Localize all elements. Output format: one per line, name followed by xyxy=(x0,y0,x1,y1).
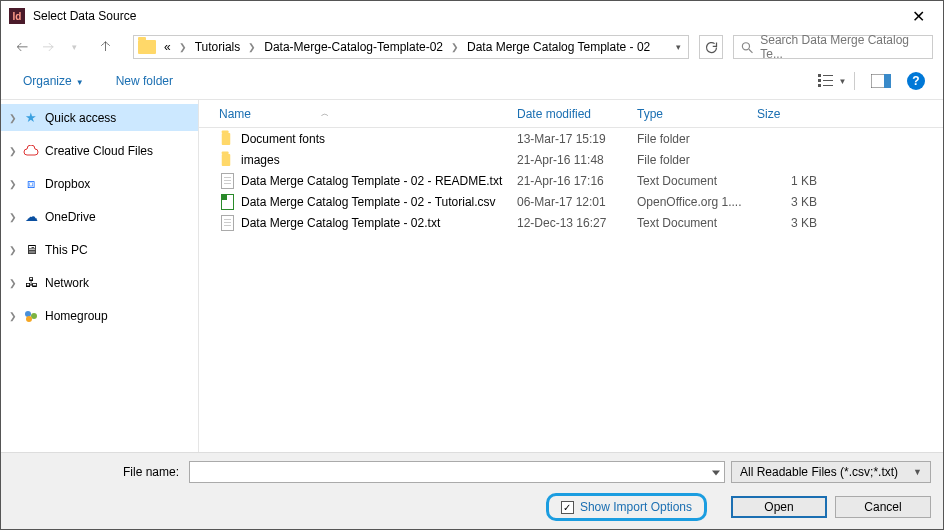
sidebar-item-label: Quick access xyxy=(45,111,116,125)
window-title: Select Data Source xyxy=(33,9,902,23)
folder-icon xyxy=(222,154,231,166)
sidebar-item-label: OneDrive xyxy=(45,210,96,224)
breadcrumb-item[interactable]: Data-Merge-Catalog-Template-02 xyxy=(262,40,445,54)
file-name: Data Merge Catalog Template - 02 - READM… xyxy=(241,174,502,188)
file-date: 13-Mar-17 15:19 xyxy=(517,132,637,146)
filename-input[interactable] xyxy=(189,461,725,483)
text-file-icon xyxy=(221,215,234,231)
sort-indicator-icon: ︿ xyxy=(321,108,329,119)
file-date: 06-Mar-17 12:01 xyxy=(517,195,637,209)
column-header-date[interactable]: Date modified xyxy=(517,107,637,121)
breadcrumb-item[interactable]: Data Merge Catalog Template - 02 xyxy=(465,40,652,54)
folder-icon xyxy=(222,133,231,145)
sidebar-item-label: Network xyxy=(45,276,89,290)
text-file-icon xyxy=(221,173,234,189)
breadcrumb-dropdown[interactable]: ▾ xyxy=(670,42,686,52)
table-row[interactable]: Document fonts13-Mar-17 15:19File folder xyxy=(199,128,943,149)
file-date: 12-Dec-13 16:27 xyxy=(517,216,637,230)
chevron-right-icon: ❯ xyxy=(9,146,17,156)
chevron-right-icon: ❯ xyxy=(9,278,17,288)
filter-label: All Readable Files (*.csv;*.txt) xyxy=(740,465,898,479)
csv-file-icon xyxy=(221,194,234,210)
sidebar-item-creative-cloud[interactable]: ❯ Creative Cloud Files xyxy=(1,137,198,164)
refresh-button[interactable] xyxy=(699,35,723,59)
checkbox-icon: ✓ xyxy=(561,501,574,514)
breadcrumb-item[interactable]: Tutorials xyxy=(193,40,243,54)
open-button[interactable]: Open xyxy=(731,496,827,518)
chevron-right-icon: ❯ xyxy=(244,42,260,52)
this-pc-icon: 🖥 xyxy=(23,242,39,258)
file-size: 3 KB xyxy=(757,216,837,230)
chevron-right-icon: ❯ xyxy=(9,179,17,189)
svg-point-11 xyxy=(31,313,37,319)
cancel-button[interactable]: Cancel xyxy=(835,496,931,518)
chevron-down-icon: ▼ xyxy=(913,467,922,477)
back-button[interactable]: 🡠 xyxy=(11,36,33,58)
chevron-right-icon: ❯ xyxy=(9,245,17,255)
file-type: File folder xyxy=(637,153,757,167)
svg-point-10 xyxy=(25,311,31,317)
toolbar: Organize▼ New folder ▼ ? xyxy=(1,63,943,99)
recent-dropdown[interactable]: ▾ xyxy=(63,36,85,58)
chevron-right-icon: ❯ xyxy=(9,113,17,123)
chevron-right-icon: ❯ xyxy=(175,42,191,52)
column-headers: Name︿ Date modified Type Size xyxy=(199,100,943,128)
svg-rect-9 xyxy=(884,74,891,88)
file-name: images xyxy=(241,153,280,167)
view-icon xyxy=(818,74,836,88)
sidebar-item-network[interactable]: ❯ 🖧 Network xyxy=(1,269,198,296)
filename-label: File name: xyxy=(13,465,183,479)
dropbox-icon: ⧈ xyxy=(23,176,39,192)
table-row[interactable]: Data Merge Catalog Template - 02 - READM… xyxy=(199,170,943,191)
main-area: ❯ ★ Quick access ❯ Creative Cloud Files … xyxy=(1,99,943,452)
sidebar-item-this-pc[interactable]: ❯ 🖥 This PC xyxy=(1,236,198,263)
chevron-right-icon: ❯ xyxy=(9,212,17,222)
file-type: OpenOffice.org 1.... xyxy=(637,195,757,209)
column-header-type[interactable]: Type xyxy=(637,107,757,121)
onedrive-icon: ☁ xyxy=(23,209,39,225)
breadcrumb-ellipsis[interactable]: « xyxy=(162,40,173,54)
show-import-options-checkbox[interactable]: ✓ Show Import Options xyxy=(546,493,707,521)
app-icon: Id xyxy=(9,8,25,24)
svg-rect-7 xyxy=(823,85,833,86)
chevron-right-icon: ❯ xyxy=(9,311,17,321)
sidebar-item-label: Creative Cloud Files xyxy=(45,144,153,158)
table-row[interactable]: Data Merge Catalog Template - 02 - Tutor… xyxy=(199,191,943,212)
folder-icon xyxy=(138,40,156,54)
organize-button[interactable]: Organize▼ xyxy=(23,74,84,88)
import-options-label: Show Import Options xyxy=(580,500,692,514)
footer: File name: All Readable Files (*.csv;*.t… xyxy=(1,452,943,529)
svg-rect-2 xyxy=(818,74,821,77)
sidebar-item-quick-access[interactable]: ❯ ★ Quick access xyxy=(1,104,198,131)
svg-point-12 xyxy=(26,316,32,322)
breadcrumb[interactable]: « ❯ Tutorials ❯ Data-Merge-Catalog-Templ… xyxy=(133,35,689,59)
forward-button[interactable]: 🡢 xyxy=(37,36,59,58)
file-type-filter[interactable]: All Readable Files (*.csv;*.txt) ▼ xyxy=(731,461,931,483)
sidebar-item-label: Homegroup xyxy=(45,309,108,323)
search-input[interactable]: Search Data Merge Catalog Te... xyxy=(733,35,933,59)
view-options-button[interactable]: ▼ xyxy=(816,70,848,92)
refresh-icon xyxy=(704,40,719,55)
svg-rect-5 xyxy=(823,80,833,81)
svg-rect-6 xyxy=(818,84,821,87)
network-icon: 🖧 xyxy=(23,275,39,291)
new-folder-button[interactable]: New folder xyxy=(116,74,173,88)
file-name: Document fonts xyxy=(241,132,325,146)
help-button[interactable]: ? xyxy=(907,72,925,90)
homegroup-icon xyxy=(23,308,39,324)
preview-pane-button[interactable] xyxy=(865,70,897,92)
table-row[interactable]: images21-Apr-16 11:48File folder xyxy=(199,149,943,170)
close-button[interactable]: ✕ xyxy=(902,7,935,26)
column-header-name[interactable]: Name︿ xyxy=(219,107,517,121)
file-name: Data Merge Catalog Template - 02.txt xyxy=(241,216,440,230)
search-placeholder: Search Data Merge Catalog Te... xyxy=(760,33,926,61)
table-row[interactable]: Data Merge Catalog Template - 02.txt12-D… xyxy=(199,212,943,233)
column-header-size[interactable]: Size xyxy=(757,107,837,121)
up-button[interactable]: 🡡 xyxy=(95,36,117,58)
sidebar-item-onedrive[interactable]: ❯ ☁ OneDrive xyxy=(1,203,198,230)
sidebar: ❯ ★ Quick access ❯ Creative Cloud Files … xyxy=(1,100,199,452)
sidebar-item-dropbox[interactable]: ❯ ⧈ Dropbox xyxy=(1,170,198,197)
file-name: Data Merge Catalog Template - 02 - Tutor… xyxy=(241,195,496,209)
svg-line-1 xyxy=(749,49,753,53)
sidebar-item-homegroup[interactable]: ❯ Homegroup xyxy=(1,302,198,329)
